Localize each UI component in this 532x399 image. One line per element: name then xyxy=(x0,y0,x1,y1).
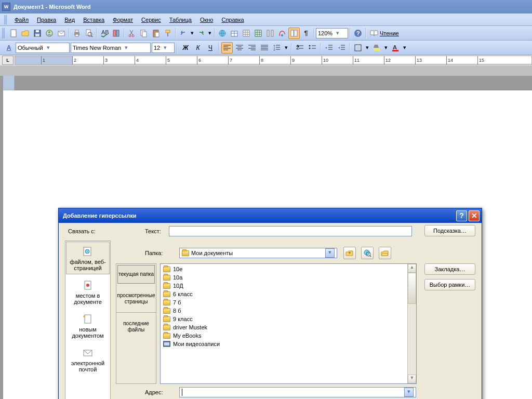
scroll-down-icon[interactable]: ▼ xyxy=(408,375,416,383)
menu-window[interactable]: Окно xyxy=(196,16,218,24)
spacing-dd-icon[interactable]: ▾ xyxy=(284,42,289,54)
italic-icon[interactable]: К xyxy=(192,42,204,54)
frame-button[interactable]: Выбор рамки… xyxy=(424,279,475,290)
file-item[interactable]: My eBooks xyxy=(162,331,415,340)
chevron-down-icon[interactable]: ▾ xyxy=(325,248,335,258)
linkto-doc[interactable]: местом в документе xyxy=(65,275,110,309)
bullet-list-icon[interactable] xyxy=(307,42,318,54)
text-input[interactable] xyxy=(169,226,412,236)
excel-icon[interactable] xyxy=(252,28,264,39)
reading-icon[interactable]: Чтение xyxy=(368,28,401,39)
browse-tab[interactable]: просмотренные страницы xyxy=(116,285,156,313)
menu-insert[interactable]: Вставка xyxy=(79,16,109,24)
insert-table-icon[interactable] xyxy=(241,28,252,39)
font-combo[interactable]: Times New Roman▾ xyxy=(71,43,151,53)
align-justify-icon[interactable] xyxy=(259,42,270,54)
file-item[interactable]: 9 класс xyxy=(162,315,415,323)
show-all-icon[interactable]: ¶ xyxy=(300,28,312,39)
menu-table[interactable]: Таблица xyxy=(165,16,196,24)
style-combo[interactable]: Обычный▾ xyxy=(16,43,70,53)
browse-web-icon[interactable] xyxy=(361,247,374,259)
linkto-mail[interactable]: электронной почтой xyxy=(65,342,110,376)
save-icon[interactable] xyxy=(32,28,43,39)
numbered-list-icon[interactable]: 12 xyxy=(294,42,305,54)
hyperlink-icon[interactable] xyxy=(217,28,228,39)
highlight-dd-icon[interactable]: ▾ xyxy=(383,42,389,54)
menu-file[interactable]: Файл xyxy=(10,16,33,24)
cut-icon[interactable] xyxy=(126,28,138,39)
copy-icon[interactable] xyxy=(138,28,150,39)
redo-icon[interactable] xyxy=(195,28,207,39)
styles-icon[interactable]: А xyxy=(3,42,15,54)
fontcolor-dd-icon[interactable]: ▾ xyxy=(402,42,407,54)
redo-dd-icon[interactable]: ▾ xyxy=(207,28,212,39)
file-item[interactable]: Мои видеозаписи xyxy=(162,340,415,348)
grip[interactable] xyxy=(4,15,7,24)
linkto-newdoc[interactable]: новым документом xyxy=(65,309,110,342)
print-icon[interactable] xyxy=(71,28,83,39)
spell-icon[interactable]: ABC xyxy=(99,28,110,39)
research-icon[interactable] xyxy=(111,28,122,39)
up-folder-icon[interactable] xyxy=(343,247,356,259)
tab-selector[interactable]: L xyxy=(2,56,14,65)
browse-tab[interactable]: текущая папка xyxy=(117,265,155,284)
underline-icon[interactable]: Ч xyxy=(205,42,216,54)
file-item[interactable]: 10е xyxy=(162,265,415,273)
browse-file-icon[interactable] xyxy=(379,247,391,259)
drawing-icon[interactable] xyxy=(276,28,288,39)
indent-icon[interactable] xyxy=(336,42,347,54)
align-right-icon[interactable] xyxy=(246,42,258,54)
format-painter-icon[interactable] xyxy=(162,28,174,39)
borders-icon[interactable] xyxy=(352,42,364,54)
horizontal-ruler[interactable]: 123456789101112131415 xyxy=(15,56,532,65)
linkto-globe[interactable]: файлом, веб-страницей xyxy=(66,242,110,274)
dialog-close-icon[interactable]: ✕ xyxy=(469,210,480,221)
grip[interactable] xyxy=(2,28,5,38)
menu-view[interactable]: Вид xyxy=(60,16,79,24)
open-icon[interactable] xyxy=(20,28,31,39)
browse-tab[interactable]: последние файлы xyxy=(116,313,156,341)
dialog-help-icon[interactable]: ? xyxy=(456,210,467,221)
menu-service[interactable]: Сервис xyxy=(137,16,165,24)
columns-icon[interactable] xyxy=(264,28,276,39)
borders-dd-icon[interactable]: ▾ xyxy=(365,42,370,54)
outdent-icon[interactable] xyxy=(323,42,335,54)
hint-button[interactable]: Подсказка… xyxy=(424,225,475,236)
chevron-down-icon[interactable]: ▾ xyxy=(404,388,414,397)
scrollbar[interactable]: ▲ ▼ xyxy=(407,264,416,383)
menu-edit[interactable]: Правка xyxy=(33,16,60,24)
dialog-titlebar[interactable]: Добавление гиперссылки ? ✕ xyxy=(59,208,482,223)
file-item[interactable]: 6 класс xyxy=(162,290,415,298)
size-combo[interactable]: 12▾ xyxy=(152,43,175,53)
font-color-icon[interactable]: А xyxy=(390,42,401,54)
scroll-thumb[interactable] xyxy=(408,273,416,304)
file-list[interactable]: 10е10а10Д6 класс7 б8 б9 классdriver Must… xyxy=(160,263,417,384)
highlight-icon[interactable] xyxy=(371,42,382,54)
undo-icon[interactable] xyxy=(178,28,189,39)
paste-icon[interactable] xyxy=(150,28,162,39)
tables-icon[interactable] xyxy=(229,28,240,39)
align-center-icon[interactable] xyxy=(234,42,245,54)
mail-icon[interactable] xyxy=(56,28,67,39)
help-icon[interactable]: ? xyxy=(352,28,364,39)
folder-combo[interactable]: Мои документы ▾ xyxy=(179,248,337,258)
preview-icon[interactable] xyxy=(83,28,95,39)
scroll-up-icon[interactable]: ▲ xyxy=(408,264,416,273)
file-item[interactable]: 7 б xyxy=(162,298,415,307)
address-input[interactable]: ▾ xyxy=(179,387,416,397)
new-doc-icon[interactable] xyxy=(8,28,19,39)
align-left-icon[interactable] xyxy=(221,42,233,54)
line-spacing-icon[interactable] xyxy=(271,42,283,54)
file-item[interactable]: 10а xyxy=(162,273,415,282)
docmap-icon[interactable] xyxy=(288,28,300,39)
bookmark-button[interactable]: Закладка… xyxy=(424,263,475,275)
menu-format[interactable]: Формат xyxy=(109,16,137,24)
file-item[interactable]: driver Mustek xyxy=(162,323,415,331)
file-item[interactable]: 8 б xyxy=(162,307,415,315)
permission-icon[interactable] xyxy=(44,28,55,39)
bold-icon[interactable]: Ж xyxy=(180,42,191,54)
undo-dd-icon[interactable]: ▾ xyxy=(190,28,195,39)
file-item[interactable]: 10Д xyxy=(162,282,415,290)
menu-help[interactable]: Справка xyxy=(217,16,248,24)
zoom-combo[interactable]: 120%▾ xyxy=(316,28,348,38)
